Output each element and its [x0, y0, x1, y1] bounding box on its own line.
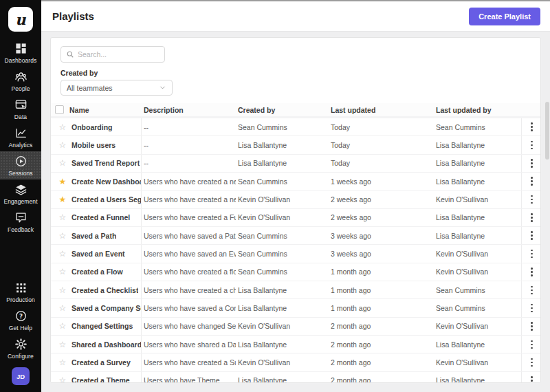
star-icon[interactable]: ☆	[58, 268, 67, 276]
row-menu-button[interactable]	[521, 353, 541, 371]
playlist-name: Create New Dashboard	[72, 177, 141, 186]
star-icon[interactable]: ☆	[58, 141, 67, 149]
sidebar-item-label: Data	[14, 113, 27, 120]
playlist-created-by: Kevin O'Sullivan	[236, 358, 329, 367]
row-name-cell: ☆ Created a Funnel	[51, 209, 142, 226]
table-row[interactable]: ☆ Created a Checklist Users who have cre…	[51, 281, 540, 299]
row-menu-button[interactable]	[521, 155, 541, 172]
star-icon[interactable]: ☆	[58, 159, 67, 167]
created-by-select[interactable]: All teammates	[60, 80, 173, 96]
star-icon[interactable]: ☆	[58, 250, 67, 258]
playlist-created-by: Kevin O'Sullivan	[236, 213, 329, 221]
playlist-description: --	[142, 123, 236, 131]
kebab-menu-icon	[531, 177, 533, 186]
user-avatar[interactable]: JD	[12, 367, 30, 385]
main-area: Playlists Create Playlist Created by All…	[41, 0, 550, 392]
row-menu-button[interactable]	[521, 245, 541, 262]
row-menu-button[interactable]	[521, 173, 541, 190]
row-menu-button[interactable]	[521, 318, 541, 335]
table-row[interactable]: ☆ Saved Trend Report - C... -- Lisa Ball…	[51, 155, 540, 173]
playlist-name: Shared a Dashboard	[72, 340, 141, 349]
scrollbar-thumb[interactable]	[545, 102, 549, 160]
sidebar-nav: DashboardsPeopleDataAnalyticsSessionsEng…	[0, 39, 41, 236]
star-icon[interactable]: ☆	[58, 286, 67, 294]
table-row[interactable]: ☆ Created a Theme Users who have Theme L…	[51, 372, 540, 383]
table-row[interactable]: ☆ Created a Funnel Users who have create…	[51, 209, 540, 227]
table-row[interactable]: ★ Created a Users Segment Users who have…	[51, 190, 540, 208]
playlist-last-updated: 1 month ago	[329, 268, 434, 276]
playlist-last-updated-by: Lisa Ballantyne	[434, 340, 521, 349]
column-label-name: Name	[69, 106, 89, 114]
analytics-icon	[14, 127, 28, 140]
row-menu-button[interactable]	[521, 263, 541, 281]
playlist-last-updated-by: Lisa Ballantyne	[434, 232, 521, 240]
sidebar-item-engagement[interactable]: Engagement	[0, 179, 41, 208]
row-menu-button[interactable]	[521, 136, 541, 153]
kebab-menu-icon	[531, 195, 533, 204]
data-icon	[14, 98, 28, 111]
engagement-icon	[14, 183, 28, 196]
sidebar-item-analytics[interactable]: Analytics	[0, 123, 41, 151]
sidebar-item-data[interactable]: Data	[0, 95, 41, 123]
playlist-created-by: Lisa Ballantyne	[236, 141, 329, 149]
star-icon[interactable]: ☆	[58, 340, 67, 349]
table-row[interactable]: ☆ Saved a Path Users who have saved a Pa…	[51, 227, 540, 245]
table-row[interactable]: ☆ Saved a Company Segm... Users who have…	[51, 299, 540, 317]
table-row[interactable]: ☆ Created a Survey Users who have create…	[51, 353, 540, 371]
star-icon[interactable]: ☆	[58, 358, 67, 367]
row-name-cell: ☆ Changed Settings	[51, 318, 142, 335]
table-header-row: Name Description Created by Last updated…	[51, 103, 540, 118]
sidebar-item-people[interactable]: People	[0, 67, 41, 95]
userpilot-logo-icon[interactable]: u	[8, 7, 33, 32]
star-icon[interactable]: ☆	[58, 232, 67, 240]
search-box[interactable]	[60, 46, 165, 63]
star-icon[interactable]: ☆	[58, 304, 67, 312]
playlist-name: Saved a Company Segm...	[72, 304, 141, 312]
create-playlist-button[interactable]: Create Playlist	[469, 8, 540, 25]
row-menu-button[interactable]	[521, 227, 541, 244]
row-menu-button[interactable]	[521, 336, 541, 353]
row-menu-button[interactable]	[521, 281, 541, 298]
playlist-last-updated: 2 month ago	[329, 322, 434, 330]
sidebar-item-production[interactable]: Production	[0, 278, 41, 306]
row-menu-button[interactable]	[521, 118, 541, 135]
row-menu-button[interactable]	[521, 299, 541, 316]
select-all-checkbox[interactable]	[55, 105, 64, 114]
table-row[interactable]: ☆ Created a Flow Users who have created …	[51, 263, 540, 281]
star-icon[interactable]: ☆	[58, 213, 67, 221]
sidebar-item-label: Feedback	[8, 226, 34, 233]
row-name-cell: ☆ Created a Checklist	[51, 281, 142, 298]
star-icon[interactable]: ☆	[58, 123, 67, 131]
search-input[interactable]	[78, 50, 160, 58]
table-row[interactable]: ☆ Mobile users -- Lisa Ballantyne Today …	[51, 136, 540, 154]
sidebar-item-dashboards[interactable]: Dashboards	[0, 39, 41, 67]
star-icon[interactable]: ☆	[58, 322, 67, 330]
sidebar-item-get-help[interactable]: ?Get Help	[0, 306, 41, 334]
playlist-last-updated: 2 weeks ago	[329, 213, 434, 221]
row-menu-button[interactable]	[521, 190, 541, 208]
table-row[interactable]: ☆ Onboarding -- Sean Cummins Today Sean …	[51, 118, 540, 136]
star-icon[interactable]: ☆	[58, 376, 67, 383]
kebab-menu-icon	[531, 250, 533, 259]
table-row[interactable]: ☆ Saved an Event Users who have saved an…	[51, 245, 540, 263]
sidebar-item-configure[interactable]: Configure	[0, 334, 41, 362]
table-row[interactable]: ★ Create New Dashboard Users who have cr…	[51, 173, 540, 190]
playlist-last-updated-by: Sean Cummins	[434, 304, 521, 312]
star-icon[interactable]: ★	[58, 195, 67, 204]
row-menu-button[interactable]	[521, 372, 541, 383]
star-icon[interactable]: ★	[58, 177, 67, 186]
playlist-created-by: Sean Cummins	[236, 123, 329, 131]
sidebar-item-label: Sessions	[8, 170, 32, 177]
playlist-last-updated: 1 weeks ago	[329, 177, 434, 186]
sidebar-item-sessions[interactable]: Sessions	[0, 151, 41, 179]
row-menu-button[interactable]	[521, 209, 541, 226]
playlist-last-updated-by: Lisa Ballantyne	[434, 213, 521, 221]
row-name-cell: ☆ Saved an Event	[51, 245, 142, 262]
column-label-created-by: Created by	[236, 106, 329, 114]
row-name-cell: ☆ Created a Survey	[51, 353, 142, 371]
playlist-last-updated-by: Sean Cummins	[434, 286, 521, 294]
table-row[interactable]: ☆ Changed Settings Users who have change…	[51, 318, 540, 336]
kebab-menu-icon	[531, 231, 533, 240]
table-row[interactable]: ☆ Shared a Dashboard Users who have shar…	[51, 336, 540, 353]
sidebar-item-feedback[interactable]: Feedback	[0, 208, 41, 236]
